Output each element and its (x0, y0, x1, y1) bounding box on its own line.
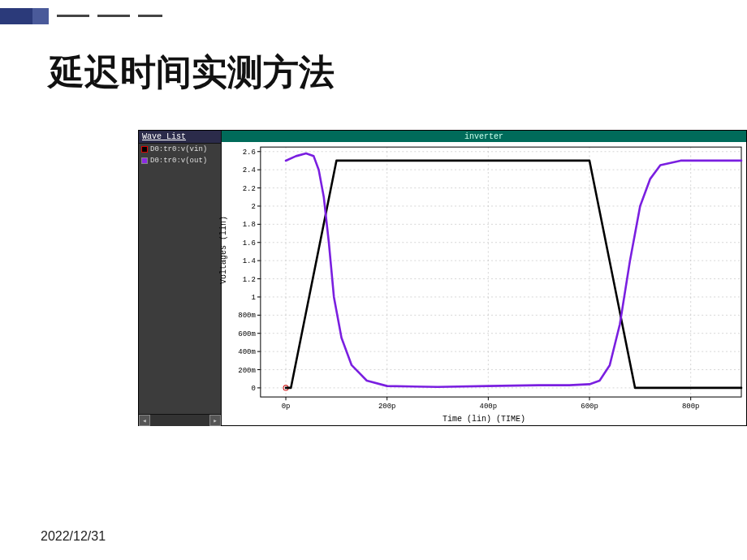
slide-title: 延迟时间实测方法 (49, 49, 335, 97)
svg-text:0p: 0p (282, 402, 291, 411)
slide-container: 延迟时间实测方法 Wave List D0:tr0:v(vin) D0:tr0:… (0, 0, 747, 560)
plot-svg: 0200m400m600m800m11.21.41.61.822.22.42.6… (222, 142, 746, 425)
plot-panel: inverter 0200m400m600m800m11.21.41.61.82… (222, 131, 746, 425)
svg-text:200m: 200m (238, 365, 256, 374)
wave-list-header: Wave List (139, 131, 221, 144)
svg-text:800m: 800m (238, 311, 256, 320)
scroll-track[interactable] (150, 415, 209, 426)
svg-text:2.2: 2.2 (243, 184, 256, 193)
wave-list-scrollbar[interactable]: ◂ ▸ (139, 414, 221, 425)
svg-text:400m: 400m (238, 347, 256, 356)
wave-label-vout: D0:tr0:v(out) (150, 157, 207, 165)
waveform-screenshot: Wave List D0:tr0:v(vin) D0:tr0:v(out) ◂ … (138, 130, 747, 426)
svg-text:400p: 400p (480, 402, 498, 411)
wave-label-vin: D0:tr0:v(vin) (150, 145, 207, 153)
svg-text:2: 2 (251, 202, 255, 211)
y-axis-label: Voltages (lin) (219, 215, 228, 283)
svg-text:600m: 600m (238, 330, 256, 338)
svg-text:200p: 200p (378, 402, 396, 411)
svg-text:1.8: 1.8 (243, 220, 256, 229)
scroll-left-icon[interactable]: ◂ (139, 415, 150, 426)
wave-list-item-vout[interactable]: D0:tr0:v(out) (139, 155, 221, 166)
svg-text:1.4: 1.4 (243, 256, 256, 265)
svg-text:2.4: 2.4 (243, 166, 256, 174)
header-decoration (0, 8, 179, 24)
svg-text:1: 1 (251, 293, 256, 302)
swatch-vin (141, 146, 148, 153)
scroll-right-icon[interactable]: ▸ (209, 415, 221, 426)
svg-text:1.2: 1.2 (243, 274, 256, 283)
svg-text:2.6: 2.6 (243, 148, 256, 157)
x-axis-label: Time (lin) (TIME) (443, 415, 525, 424)
svg-text:1.6: 1.6 (243, 239, 256, 248)
plot-title-bar: inverter (222, 131, 746, 142)
wave-list-item-vin[interactable]: D0:tr0:v(vin) (139, 144, 221, 155)
wave-list-panel: Wave List D0:tr0:v(vin) D0:tr0:v(out) ◂ … (139, 131, 222, 425)
plot-body: 0200m400m600m800m11.21.41.61.822.22.42.6… (222, 142, 746, 425)
svg-text:800p: 800p (682, 402, 700, 411)
svg-text:600p: 600p (581, 402, 598, 411)
svg-text:0: 0 (251, 384, 255, 393)
footer-date: 2022/12/31 (41, 529, 106, 544)
swatch-vout (141, 157, 148, 164)
